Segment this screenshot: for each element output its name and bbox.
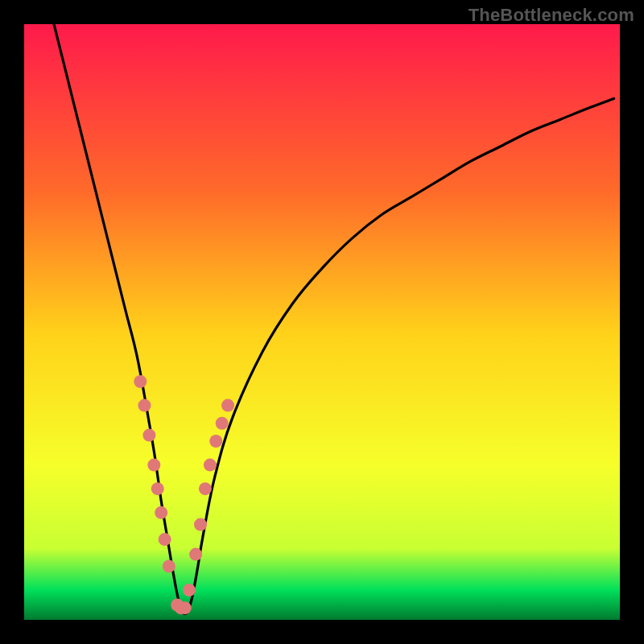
highlight-dot bbox=[189, 548, 202, 561]
highlight-dot bbox=[142, 429, 155, 442]
plot-background bbox=[24, 24, 620, 620]
highlight-dot bbox=[151, 482, 164, 495]
highlight-dot bbox=[179, 601, 192, 614]
highlight-dot bbox=[204, 459, 217, 472]
bottleneck-chart bbox=[0, 0, 644, 644]
highlight-dot bbox=[134, 375, 147, 388]
highlight-dot bbox=[163, 559, 175, 572]
watermark-text: TheBottleneck.com bbox=[469, 5, 634, 26]
highlight-dot bbox=[183, 584, 196, 597]
highlight-dot bbox=[147, 459, 160, 472]
chart-stage: TheBottleneck.com bbox=[0, 0, 644, 644]
highlight-dot bbox=[199, 482, 212, 495]
highlight-dot bbox=[216, 417, 229, 430]
highlight-dot bbox=[209, 435, 222, 448]
highlight-dot bbox=[159, 533, 171, 546]
highlight-dot bbox=[155, 506, 167, 519]
highlight-dot bbox=[194, 518, 207, 531]
highlight-dot bbox=[138, 399, 151, 412]
highlight-dot bbox=[221, 399, 234, 412]
